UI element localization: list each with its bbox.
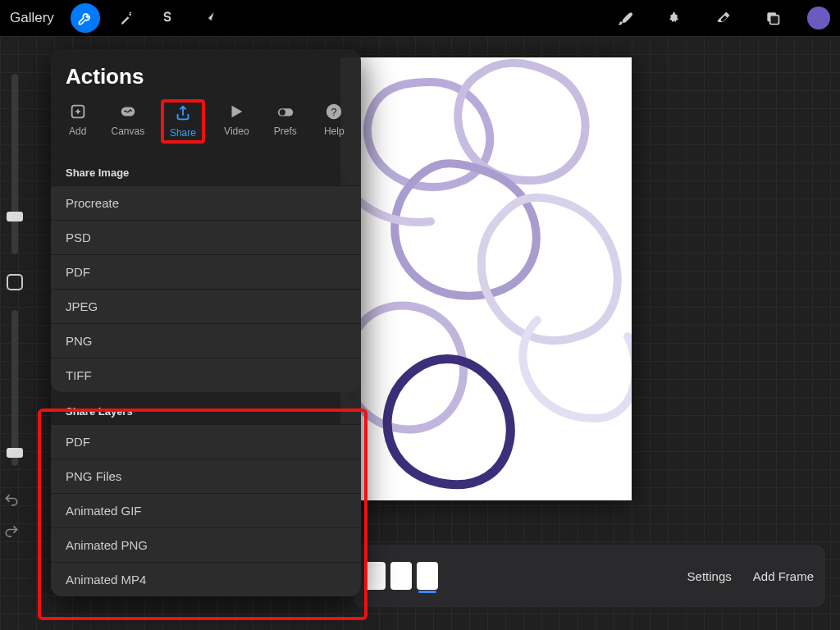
- tab-add-label: Add: [69, 126, 86, 137]
- actions-popover: Actions Add Canvas Share Video Prefs ? H…: [51, 49, 361, 596]
- top-toolbar: Gallery: [0, 0, 840, 36]
- svg-text:?: ?: [331, 106, 337, 118]
- tab-help[interactable]: ? Help: [317, 99, 351, 144]
- gallery-link[interactable]: Gallery: [10, 10, 54, 26]
- share-image-label: Share Image: [51, 153, 361, 185]
- share-layers-animated-png[interactable]: Animated PNG: [51, 527, 361, 562]
- share-image-list: Procreate PSD PDF JPEG PNG TIFF: [51, 185, 361, 392]
- svg-point-6: [279, 109, 285, 115]
- tab-share-label: Share: [170, 127, 196, 139]
- adjustments-wand-icon[interactable]: [112, 3, 141, 33]
- share-image-jpeg[interactable]: JPEG: [51, 289, 361, 323]
- opacity-slider[interactable]: [11, 310, 18, 466]
- tab-canvas[interactable]: Canvas: [109, 99, 146, 144]
- opacity-thumb[interactable]: [7, 448, 23, 458]
- share-image-pdf[interactable]: PDF: [51, 254, 361, 289]
- modify-button[interactable]: [7, 274, 23, 290]
- share-layers-animated-mp4[interactable]: Animated MP4: [51, 562, 361, 596]
- timeline-settings[interactable]: Settings: [687, 569, 732, 583]
- share-layers-png-files[interactable]: PNG Files: [51, 459, 361, 493]
- actions-tab-row: Add Canvas Share Video Prefs ? Help: [51, 99, 361, 153]
- share-image-tiff[interactable]: TIFF: [51, 358, 361, 392]
- svg-rect-4: [121, 107, 135, 116]
- eraser-icon[interactable]: [709, 3, 738, 33]
- tab-prefs[interactable]: Prefs: [268, 99, 302, 144]
- animation-timeline: Settings Add Frame: [353, 545, 825, 607]
- color-swatch[interactable]: [807, 7, 830, 30]
- tab-add[interactable]: Add: [61, 99, 94, 144]
- tab-video-label: Video: [224, 126, 249, 137]
- tab-prefs-label: Prefs: [274, 126, 297, 137]
- share-layers-list: PDF PNG Files Animated GIF Animated PNG …: [51, 424, 361, 596]
- actions-wrench-icon[interactable]: [71, 3, 100, 33]
- frame-thumb[interactable]: [364, 562, 386, 590]
- tab-video[interactable]: Video: [220, 99, 253, 144]
- timeline-add-frame[interactable]: Add Frame: [753, 569, 814, 583]
- layers-icon[interactable]: [758, 3, 788, 33]
- canvas[interactable]: [340, 57, 632, 500]
- share-layers-pdf[interactable]: PDF: [51, 424, 361, 459]
- svg-rect-1: [770, 16, 779, 25]
- tab-help-label: Help: [324, 126, 345, 137]
- brush-icon[interactable]: [610, 3, 640, 33]
- actions-title: Actions: [51, 64, 361, 99]
- tab-share[interactable]: Share: [161, 99, 204, 144]
- redo-icon[interactable]: [3, 523, 20, 543]
- smudge-icon[interactable]: [660, 3, 689, 33]
- transform-arrow-icon[interactable]: [194, 3, 223, 33]
- share-layers-animated-gif[interactable]: Animated GIF: [51, 493, 361, 527]
- share-image-psd[interactable]: PSD: [51, 220, 361, 254]
- frame-thumb[interactable]: [390, 562, 412, 590]
- undo-icon[interactable]: [3, 492, 20, 512]
- frame-thumb-selected[interactable]: [417, 562, 438, 590]
- tab-canvas-label: Canvas: [111, 126, 144, 137]
- share-image-procreate[interactable]: Procreate: [51, 185, 361, 220]
- brush-size-thumb[interactable]: [7, 212, 23, 221]
- side-sliders: [3, 74, 26, 466]
- share-image-png[interactable]: PNG: [51, 323, 361, 358]
- share-layers-label: Share Layers: [51, 392, 361, 424]
- brush-size-slider[interactable]: [11, 74, 18, 254]
- selection-s-icon[interactable]: [153, 3, 182, 33]
